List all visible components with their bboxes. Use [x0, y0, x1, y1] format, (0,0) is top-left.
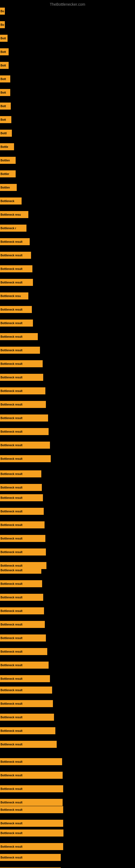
- bar-item: Bottleneck result: [0, 648, 47, 655]
- bar-label: Bott: [1, 37, 6, 40]
- bar-item: Bottleneck result: [0, 252, 31, 259]
- bar-label: Bottlen: [1, 186, 10, 189]
- bar-label: Bottleneck result: [1, 376, 22, 379]
- bar-label: Bottleneck result: [1, 856, 22, 859]
- bar-item: Bott: [0, 89, 10, 96]
- bar-label: Bottleneck result: [1, 623, 22, 626]
- bar-label: Bottleneck result: [1, 551, 22, 554]
- bar-item: Bottleneck result: [0, 806, 63, 813]
- bar-label: Bottleneck result: [1, 430, 22, 433]
- bar-item: Bottleneck result: [0, 843, 63, 850]
- bar-item: Bottleneck result: [0, 634, 46, 642]
- bar-label: Bottleneck result: [1, 444, 22, 447]
- bar-label: Bottleneck result: [1, 774, 22, 777]
- bar-item: Bottleneck resu: [0, 211, 28, 218]
- bar-item: Bottleneck result: [0, 799, 63, 806]
- bar-label: Bott: [1, 105, 6, 108]
- bar-item: Bottleneck result: [0, 428, 49, 435]
- bar-label: Bottleneck result: [1, 677, 22, 680]
- bar-item: Bottleneck result: [0, 414, 48, 422]
- bar-item: Bott: [0, 62, 9, 69]
- bar-item: Bottleneck result: [0, 347, 40, 354]
- bar-label: Bottleneck result: [1, 689, 22, 692]
- bar-label: Bottleneck result: [1, 416, 22, 420]
- bar-label: Bottleneck result: [1, 702, 22, 705]
- bar-label: Bottler: [1, 173, 9, 176]
- bar-item: Bottleneck result: [0, 567, 41, 574]
- bar-label: Bottleneck result: [1, 457, 22, 460]
- bar-label: Bottleneck result: [1, 254, 22, 257]
- bar-label: Bott: [1, 118, 6, 121]
- bar-label: Bottlen: [1, 159, 10, 162]
- bar-label: Bottleneck result: [1, 496, 22, 499]
- bar-item: Bottleneck result: [0, 661, 49, 669]
- bar-item: Bottleneck result: [0, 238, 30, 245]
- bar-item: Bottleneck result: [0, 758, 62, 765]
- bar-item: Bottleneck result: [0, 508, 44, 515]
- bar-label: Bottl: [1, 132, 7, 135]
- bar-label: Bottleneck result: [1, 569, 22, 572]
- bar-item: Bottleneck result: [0, 455, 51, 462]
- bar-item: Bottleneck result: [0, 279, 33, 286]
- bar-label: Bottleneck result: [1, 610, 22, 613]
- bar-label: Bottleneck result: [1, 808, 22, 811]
- bar-item: Bottleneck: [0, 197, 21, 205]
- bar-item: Bott: [0, 35, 8, 42]
- bar-item: Bottleneck result: [0, 580, 42, 587]
- bar-item: Bottleneck result: [0, 830, 63, 837]
- bar-label: Bottleneck result: [1, 362, 22, 365]
- bar-label: Bottleneck result: [1, 664, 22, 667]
- bar-label: Bottleneck result: [1, 349, 22, 352]
- bar-item: Bottleneck result: [0, 607, 44, 614]
- bar-item: Bottleneck result: [0, 401, 46, 408]
- bar-label: Bott: [1, 91, 6, 94]
- bar-item: Bottl: [0, 130, 12, 137]
- bar-label: Bottleneck result: [1, 403, 22, 406]
- bar-label: Bottleneck result: [1, 335, 22, 338]
- bar-label: Bo: [1, 23, 4, 26]
- bar-label: Bottleneck result: [1, 537, 22, 540]
- bar-label: Bottleneck result: [1, 845, 22, 848]
- bar-label: Bottleneck: [1, 199, 14, 203]
- bar-item: Bottleneck result: [0, 820, 63, 827]
- bar-label: Bottleneck result: [1, 281, 22, 284]
- bar-label: Bottleneck result: [1, 510, 22, 513]
- bar-item: Bottleneck result: [0, 442, 50, 448]
- bar-item: Bottleneck result: [0, 621, 45, 628]
- bar-label: Bottleneck resu: [1, 294, 21, 298]
- bar-label: Bottle: [1, 145, 8, 148]
- bar-label: Bottleneck result: [1, 822, 22, 825]
- bar-label: Bottleneck result: [1, 787, 22, 790]
- bar-item: Bottleneck result: [0, 675, 50, 682]
- bar-item: Bottleneck result: [0, 772, 63, 779]
- bar-label: Bottleneck result: [1, 832, 22, 835]
- bar-item: Bo: [0, 21, 5, 28]
- bar-item: Bottleneck result: [0, 470, 41, 477]
- bar-item: Bott: [0, 102, 11, 110]
- bar-label: Bottleneck result: [1, 730, 22, 733]
- bar-label: Bottleneck result: [1, 524, 22, 527]
- bar-label: Bottleneck result: [1, 472, 22, 475]
- bar-item: Bottleneck result: [0, 727, 55, 734]
- bar-label: Bottleneck result: [1, 743, 22, 746]
- bar-item: Bottleneck result: [0, 306, 32, 313]
- bar-item: Bottleneck result: [0, 374, 43, 381]
- bar-label: Bottleneck result: [1, 650, 22, 653]
- bar-label: Bottleneck result: [1, 596, 22, 599]
- site-title: TheBottlenecker.com: [0, 0, 135, 8]
- bar-label: Bottleneck r: [1, 227, 16, 230]
- bar-label: Bottleneck result: [1, 268, 22, 271]
- bar-item: Bottleneck result: [0, 535, 45, 542]
- bar-item: Bottleneck result: [0, 686, 52, 693]
- bar-label: Bottleneck result: [1, 582, 22, 585]
- bar-item: Bottleneck result: [0, 484, 42, 491]
- bar-item: Bottleneck r: [0, 225, 27, 231]
- bar-item: Bottleneck result: [0, 700, 53, 707]
- bar-label: Bottleneck result: [1, 716, 22, 719]
- bar-label: Bottleneck result: [1, 322, 22, 325]
- bar-label: Bottleneck result: [1, 390, 22, 393]
- bar-item: Bottleneck result: [0, 854, 61, 861]
- bar-label: Bottleneck result: [1, 486, 22, 489]
- bar-item: Bottleneck result: [0, 741, 57, 748]
- bar-label: Bottleneck result: [1, 308, 22, 311]
